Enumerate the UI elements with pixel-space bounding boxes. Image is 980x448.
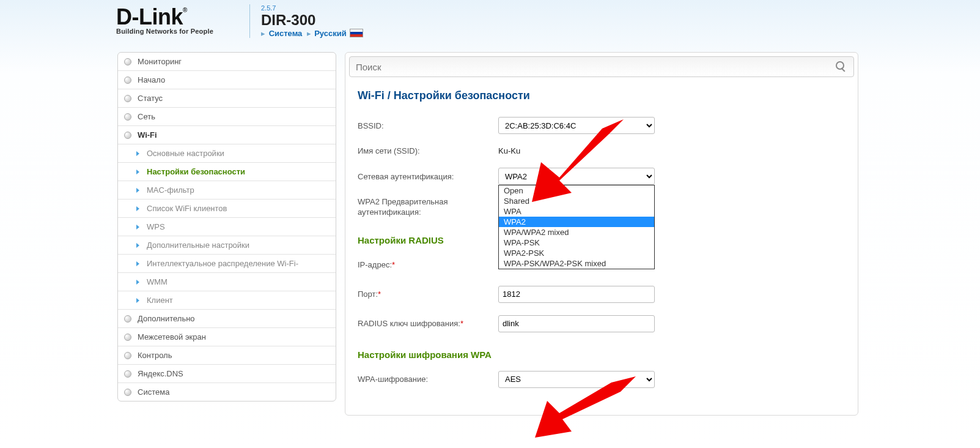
sidebar-item-advanced[interactable]: Дополнительно — [118, 310, 336, 328]
sidebar-item-label: MAC-фильтр — [147, 185, 194, 195]
sidebar-item-status[interactable]: Статус — [118, 89, 336, 108]
ssid-label: Имя сети (SSID): — [358, 146, 498, 155]
sidebar-item-basic-settings[interactable]: Основные настройки — [118, 144, 336, 163]
system-link[interactable]: Система — [269, 29, 303, 38]
sidebar-item-label: Интеллектуальное распределение Wi-Fi- — [147, 259, 298, 268]
auth-option[interactable]: WPA/WPA2 mixed — [499, 227, 654, 237]
arrow-icon — [136, 261, 139, 266]
sidebar-item-label: Межсетевой экран — [138, 332, 206, 342]
sidebar-item-label: Сеть — [138, 112, 155, 121]
sidebar-item-start[interactable]: Начало — [118, 71, 336, 89]
ssid-value: Ku-Ku — [498, 146, 520, 155]
search-box — [349, 56, 854, 77]
bullet-icon — [124, 113, 131, 121]
bullet-icon — [124, 352, 131, 359]
auth-label: Сетевая аутентификация: — [358, 172, 498, 181]
port-input[interactable] — [498, 286, 655, 303]
firmware-version: 2.5.7 — [261, 4, 363, 12]
header: D-Link® Building Networks for People 2.5… — [0, 0, 980, 52]
sidebar-item-label: Настройки безопасности — [147, 167, 245, 176]
sidebar-item-label: Яндекс.DNS — [138, 369, 183, 378]
sidebar-item-security-settings[interactable]: Настройки безопасности — [118, 163, 336, 181]
bullet-icon — [124, 389, 131, 396]
sidebar-item-wifi[interactable]: Wi-Fi — [118, 126, 336, 144]
sidebar-item-label: Клиент — [147, 296, 173, 305]
brand-tagline: Building Networks for People — [116, 28, 238, 35]
arrow-icon — [136, 188, 139, 193]
arrow-icon — [136, 243, 139, 248]
arrow-icon — [136, 206, 139, 211]
bullet-icon — [124, 370, 131, 378]
auth-option[interactable]: WPA-PSK — [499, 237, 654, 248]
arrow-icon — [136, 151, 139, 156]
sidebar-item-label: WMM — [147, 277, 168, 286]
sidebar-item-yandex-dns[interactable]: Яндекс.DNS — [118, 365, 336, 383]
radius-key-input[interactable] — [498, 315, 655, 332]
annotation-arrow-1 — [532, 119, 630, 205]
brand-logo: D-Link® Building Networks for People — [116, 7, 238, 34]
wpa-enc-label: WPA-шифрование: — [358, 375, 498, 384]
sidebar-item-label: Контроль — [138, 351, 172, 360]
sidebar-item-mac-filter[interactable]: MAC-фильтр — [118, 181, 336, 200]
sidebar-item-wmm[interactable]: WMM — [118, 273, 336, 291]
wpa-section-title: Настройки шифрования WPA — [349, 341, 854, 367]
main-panel: Wi-Fi / Настройки безопасности BSSID: 2C… — [345, 52, 858, 416]
port-label: Порт:* — [358, 289, 498, 299]
page-title: Wi-Fi / Настройки безопасности — [349, 89, 854, 113]
registered-mark: ® — [183, 7, 187, 13]
arrow-icon — [136, 298, 139, 303]
language-link[interactable]: Русский — [314, 29, 347, 38]
search-icon[interactable] — [835, 61, 847, 73]
sidebar-item-label: Дополнительно — [138, 314, 195, 323]
bullet-icon — [124, 334, 131, 341]
sidebar-item-label: Дополнительные настройки — [147, 241, 249, 250]
model-block: 2.5.7 DIR-300 ▸ Система ▸ Русский — [261, 4, 363, 38]
brand-name: D-Link — [116, 4, 183, 29]
radius-key-label: RADIUS ключ шифрования:* — [358, 319, 498, 328]
auth-option[interactable]: WPA2 — [499, 217, 654, 227]
bullet-icon — [124, 95, 131, 102]
arrow-icon — [136, 280, 139, 285]
triangle-icon: ▸ — [261, 29, 265, 38]
search-input[interactable] — [356, 62, 835, 72]
ip-label: IP-адрес:* — [358, 260, 498, 269]
sidebar-item-monitoring[interactable]: Мониторинг — [118, 53, 336, 71]
flag-ru-icon — [350, 29, 363, 37]
sidebar-item-client[interactable]: Клиент — [118, 291, 336, 310]
device-model: DIR-300 — [261, 12, 363, 29]
sidebar-item-label: WPS — [147, 222, 165, 231]
sidebar-item-system[interactable]: Система — [118, 383, 336, 401]
bullet-icon — [124, 77, 131, 84]
sidebar-item-network[interactable]: Сеть — [118, 108, 336, 126]
arrow-icon — [136, 225, 139, 230]
annotation-arrow-2 — [535, 376, 639, 438]
sidebar-item-smart-wifi[interactable]: Интеллектуальное распределение Wi-Fi- — [118, 255, 336, 273]
sidebar-item-label: Система — [138, 387, 169, 397]
preauth-label: WPA2 Предварительная аутентификация: — [358, 197, 498, 218]
auth-option[interactable]: WPA2-PSK — [499, 248, 654, 258]
sidebar: Мониторинг Начало Статус Сеть Wi-Fi Осно… — [117, 52, 336, 401]
sidebar-item-firewall[interactable]: Межсетевой экран — [118, 328, 336, 346]
sidebar-item-label: Статус — [138, 94, 163, 103]
header-divider — [249, 4, 250, 38]
sidebar-item-label: Начало — [138, 75, 165, 84]
sidebar-item-label: Основные настройки — [147, 149, 224, 158]
auth-option[interactable]: WPA — [499, 206, 654, 217]
sidebar-item-label: Мониторинг — [138, 57, 182, 66]
sidebar-item-label: Список WiFi клиентов — [147, 204, 227, 213]
bssid-label: BSSID: — [358, 121, 498, 130]
triangle-icon: ▸ — [307, 29, 311, 38]
sidebar-item-advanced-settings[interactable]: Дополнительные настройки — [118, 236, 336, 255]
svg-marker-1 — [535, 376, 636, 438]
bullet-icon — [124, 132, 131, 139]
auth-option[interactable]: WPA-PSK/WPA2-PSK mixed — [499, 258, 654, 269]
sidebar-item-wps[interactable]: WPS — [118, 218, 336, 236]
sidebar-item-control[interactable]: Контроль — [118, 346, 336, 365]
sidebar-item-wifi-clients[interactable]: Список WiFi клиентов — [118, 200, 336, 218]
bullet-icon — [124, 315, 131, 323]
bullet-icon — [124, 58, 131, 65]
arrow-icon — [136, 170, 139, 174]
sidebar-item-label: Wi-Fi — [138, 130, 157, 140]
svg-marker-0 — [532, 119, 624, 202]
